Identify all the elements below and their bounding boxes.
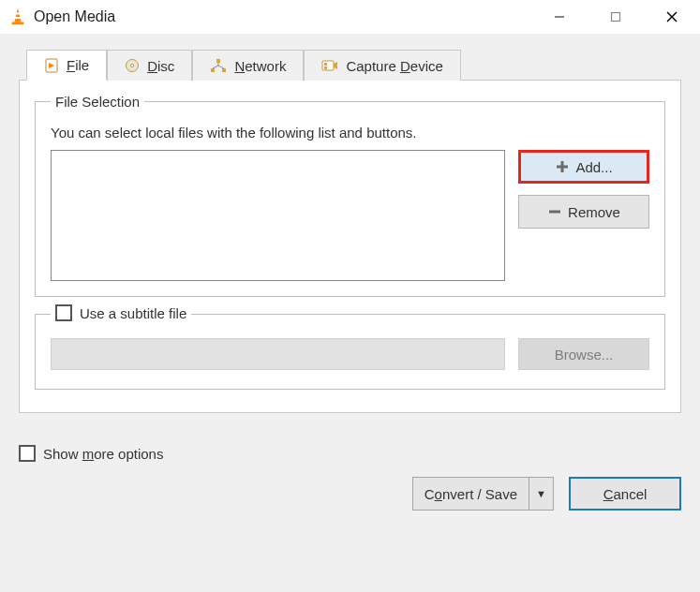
subtitle-path-field (51, 338, 505, 370)
remove-button[interactable]: Remove (518, 195, 649, 229)
plus-icon (555, 159, 570, 174)
window-controls (531, 0, 700, 34)
tab-file-label: File (67, 57, 89, 73)
tab-disc[interactable]: Disc (107, 50, 192, 81)
tab-capture-device[interactable]: Capture Device (304, 50, 460, 81)
tab-network-label: Network (234, 58, 286, 74)
remove-button-label: Remove (568, 204, 620, 220)
tab-network[interactable]: Network (192, 50, 304, 81)
capture-icon (321, 58, 338, 73)
file-selection-instruction: You can select local files with the foll… (51, 125, 649, 141)
svg-rect-24 (549, 211, 560, 214)
tab-file[interactable]: File (26, 50, 107, 81)
svg-rect-12 (216, 59, 220, 63)
show-more-options-label: Show more options (43, 446, 163, 462)
svg-line-17 (218, 66, 224, 68)
svg-line-16 (213, 66, 218, 68)
vlc-cone-icon (7, 7, 28, 27)
window-title: Open Media (34, 8, 115, 25)
subtitle-group: Use a subtitle file Browse... (35, 314, 665, 390)
file-list[interactable] (51, 150, 505, 281)
convert-save-main[interactable]: Convert / Save (412, 477, 529, 511)
svg-marker-0 (14, 8, 21, 22)
svg-rect-20 (324, 67, 327, 69)
minus-icon (547, 204, 562, 219)
add-button-label: Add... (575, 159, 612, 175)
add-button[interactable]: Add... (518, 150, 649, 184)
maximize-button[interactable] (588, 0, 644, 34)
file-selection-group: File Selection You can select local file… (35, 94, 665, 297)
svg-rect-23 (557, 166, 568, 169)
chevron-down-icon: ▼ (536, 488, 546, 499)
close-button[interactable] (644, 0, 700, 34)
network-icon (210, 58, 227, 73)
minimize-button[interactable] (531, 0, 588, 34)
show-more-options-checkbox[interactable] (19, 445, 36, 462)
svg-rect-18 (322, 61, 334, 70)
svg-rect-1 (15, 12, 20, 14)
svg-marker-21 (334, 62, 337, 69)
convert-save-button[interactable]: Convert / Save ▼ (412, 477, 554, 511)
subtitle-checkbox[interactable] (55, 304, 72, 321)
convert-save-dropdown[interactable]: ▼ (529, 477, 554, 511)
tab-capture-label: Capture Device (346, 58, 442, 74)
subtitle-checkbox-label: Use a subtitle file (80, 305, 186, 321)
cancel-button[interactable]: Cancel (569, 477, 681, 511)
svg-rect-14 (222, 68, 226, 72)
svg-rect-5 (612, 13, 620, 22)
file-selection-legend: File Selection (51, 94, 144, 110)
subtitle-browse-button: Browse... (518, 338, 649, 370)
titlebar: Open Media (0, 0, 700, 34)
tab-bar: File Disc Network Capture Device (19, 50, 681, 81)
file-icon (44, 58, 59, 73)
tab-pane-file: File Selection You can select local file… (19, 80, 681, 413)
tab-disc-label: Disc (147, 58, 174, 74)
svg-point-11 (131, 64, 134, 67)
svg-rect-19 (324, 63, 327, 66)
svg-rect-13 (211, 68, 215, 72)
svg-rect-3 (12, 22, 24, 25)
svg-rect-2 (15, 17, 22, 19)
disc-icon (125, 58, 140, 73)
